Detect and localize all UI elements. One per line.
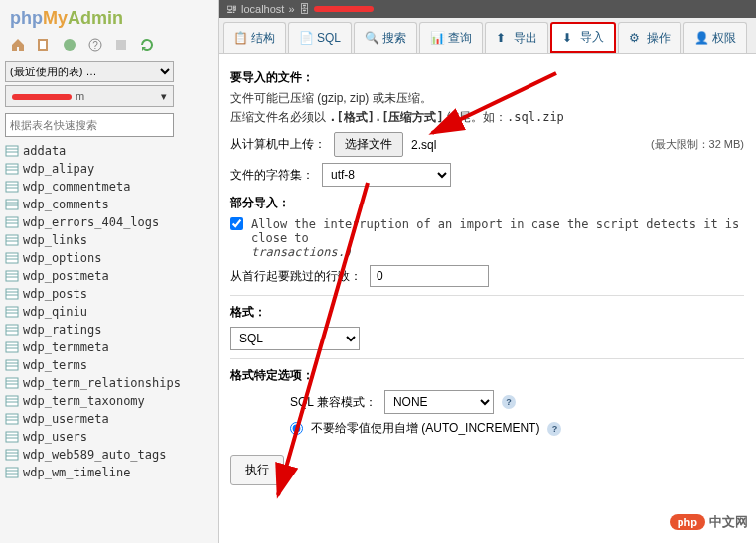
table-icon bbox=[5, 180, 19, 194]
table-filter-input[interactable] bbox=[5, 113, 174, 137]
database-select[interactable]: m ▾ bbox=[5, 85, 174, 107]
table-icon bbox=[5, 305, 19, 319]
table-name: wdp_web589_auto_tags bbox=[23, 448, 167, 462]
logout-icon[interactable] bbox=[36, 37, 52, 53]
help-icon[interactable]: ? bbox=[502, 395, 516, 409]
table-name: wdp_terms bbox=[23, 358, 87, 372]
redact-bar bbox=[12, 94, 72, 100]
charset-select[interactable]: utf-8 bbox=[322, 163, 451, 187]
table-item[interactable]: wdp_postmeta bbox=[5, 267, 213, 285]
table-name: wdp_ratings bbox=[23, 323, 101, 337]
auto-increment-label: 不要给零值使用自增 (AUTO_INCREMENT) bbox=[311, 420, 539, 437]
table-item[interactable]: addata bbox=[5, 142, 213, 160]
format-options-heading: 格式特定选项： bbox=[230, 367, 744, 384]
upload-label: 从计算机中上传： bbox=[230, 136, 326, 153]
main-panel: 🖳 localhost » 🗄 📋结构📄SQL🔍搜索📊查询⬆导出⬇导入⚙操作👤权… bbox=[219, 0, 756, 543]
table-icon bbox=[5, 430, 19, 444]
skip-rows-label: 从首行起要跳过的行数： bbox=[230, 268, 362, 285]
format-heading: 格式： bbox=[230, 304, 744, 321]
tab-icon: 👤 bbox=[694, 31, 708, 45]
tab-privileges[interactable]: 👤权限 bbox=[683, 22, 747, 53]
table-item[interactable]: wdp_termmeta bbox=[5, 339, 213, 356]
svg-rect-51 bbox=[6, 414, 18, 424]
reload-icon[interactable] bbox=[139, 37, 155, 53]
table-item[interactable]: wdp_wm_timeline bbox=[5, 464, 213, 481]
tab-query[interactable]: 📊查询 bbox=[419, 22, 483, 53]
table-item[interactable]: wdp_errors_404_logs bbox=[5, 213, 213, 231]
table-item[interactable]: wdp_qiniu bbox=[5, 303, 213, 321]
table-icon bbox=[5, 215, 19, 229]
submit-button[interactable]: 执行 bbox=[230, 455, 284, 485]
table-item[interactable]: wdp_web589_auto_tags bbox=[5, 446, 213, 464]
breadcrumb-host[interactable]: localhost bbox=[241, 3, 284, 15]
home-icon[interactable] bbox=[10, 37, 26, 53]
table-item[interactable]: wdp_usermeta bbox=[5, 410, 213, 428]
table-item[interactable]: wdp_term_relationships bbox=[5, 374, 213, 392]
table-item[interactable]: wdp_ratings bbox=[5, 321, 213, 339]
db-icon: 🗄 bbox=[299, 3, 310, 15]
docs-icon[interactable]: ? bbox=[87, 37, 103, 53]
tab-search[interactable]: 🔍搜索 bbox=[354, 22, 417, 53]
table-name: wdp_comments bbox=[23, 198, 109, 211]
table-item[interactable]: wdp_options bbox=[5, 249, 213, 267]
table-item[interactable]: wdp_terms bbox=[5, 356, 213, 374]
tab-structure[interactable]: 📋结构 bbox=[223, 22, 286, 53]
table-icon bbox=[5, 144, 19, 158]
table-icon bbox=[5, 394, 19, 408]
svg-rect-15 bbox=[6, 200, 18, 209]
tab-sql[interactable]: 📄SQL bbox=[288, 22, 352, 53]
choose-file-button[interactable]: 选择文件 bbox=[334, 132, 403, 157]
tab-import[interactable]: ⬇导入 bbox=[550, 22, 616, 53]
table-name: wdp_termmeta bbox=[23, 340, 109, 354]
hint-naming: 压缩文件名必须以 .[格式].[压缩方式] 结尾。如：.sql.zip bbox=[230, 109, 744, 126]
tab-label: 操作 bbox=[647, 30, 671, 47]
watermark: php 中文网 bbox=[670, 513, 748, 531]
help-icon[interactable]: ? bbox=[547, 422, 561, 436]
recent-tables-select[interactable]: (最近使用的表) … bbox=[5, 61, 174, 82]
table-item[interactable]: wdp_posts bbox=[5, 285, 213, 303]
table-item[interactable]: wdp_term_taxonomy bbox=[5, 392, 213, 410]
table-icon bbox=[5, 233, 19, 247]
table-name: wdp_posts bbox=[23, 287, 87, 301]
auto-increment-radio[interactable] bbox=[290, 422, 303, 435]
skip-rows-input[interactable] bbox=[370, 265, 489, 287]
svg-rect-24 bbox=[6, 253, 18, 263]
svg-rect-9 bbox=[6, 164, 18, 174]
table-icon bbox=[5, 287, 19, 301]
table-item[interactable]: wdp_commentmeta bbox=[5, 178, 213, 196]
compat-select[interactable]: NONE bbox=[384, 390, 494, 414]
table-name: addata bbox=[23, 144, 66, 158]
tab-label: 导出 bbox=[514, 30, 537, 47]
hint-compressed: 文件可能已压缩 (gzip, zip) 或未压缩。 bbox=[230, 90, 744, 107]
table-icon bbox=[5, 251, 19, 265]
tab-label: 查询 bbox=[448, 30, 472, 47]
tab-operations[interactable]: ⚙操作 bbox=[618, 22, 681, 53]
svg-rect-21 bbox=[6, 235, 18, 245]
table-icon bbox=[5, 323, 19, 337]
settings-icon[interactable] bbox=[113, 37, 129, 53]
table-name: wdp_alipay bbox=[23, 162, 94, 176]
allow-interrupt-checkbox[interactable] bbox=[230, 217, 243, 230]
tab-icon: 📄 bbox=[299, 31, 313, 45]
table-item[interactable]: wdp_comments bbox=[5, 196, 213, 213]
tab-label: 权限 bbox=[712, 30, 736, 47]
svg-rect-6 bbox=[6, 146, 18, 156]
svg-rect-12 bbox=[6, 182, 18, 192]
max-limit: (最大限制：32 MB) bbox=[651, 137, 744, 152]
table-icon bbox=[5, 162, 19, 176]
table-icon bbox=[5, 269, 19, 283]
table-name: wdp_errors_404_logs bbox=[23, 215, 159, 229]
format-select[interactable]: SQL bbox=[230, 327, 360, 350]
tab-export[interactable]: ⬆导出 bbox=[485, 22, 548, 53]
table-item[interactable]: wdp_links bbox=[5, 231, 213, 249]
table-item[interactable]: wdp_alipay bbox=[5, 160, 213, 178]
breadcrumb: 🖳 localhost » 🗄 bbox=[219, 0, 756, 18]
svg-rect-42 bbox=[6, 360, 18, 370]
svg-rect-48 bbox=[6, 396, 18, 406]
tab-icon: 📋 bbox=[233, 31, 247, 45]
table-icon bbox=[5, 358, 19, 372]
logo[interactable]: phpMyAdmin bbox=[5, 5, 213, 32]
sql-query-icon[interactable] bbox=[62, 37, 77, 53]
table-item[interactable]: wdp_users bbox=[5, 428, 213, 446]
compat-label: SQL 兼容模式： bbox=[290, 394, 377, 411]
